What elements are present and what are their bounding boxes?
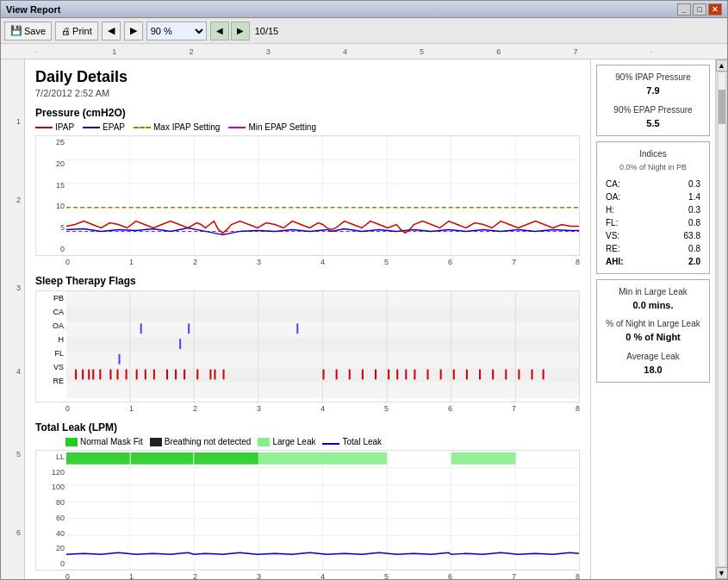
epap-legend-label: EPAP	[103, 122, 125, 132]
print-icon: 🖨	[61, 26, 71, 36]
min-large-leak-value: 0.0 mins.	[602, 298, 704, 313]
legend-total-leak: Total Leak	[322, 437, 382, 446]
ipap-legend-line	[35, 127, 53, 128]
svg-rect-58	[396, 370, 398, 380]
avg-leak-value: 18.0	[602, 363, 704, 377]
pressure-x-axis: 0 1 2 3 4 5 6 7 8	[65, 258, 580, 266]
indices-h: H: 0.3	[602, 203, 704, 216]
flags-section-title: Sleep Therapy Flags	[35, 275, 580, 287]
indices-vs: VS: 63.8	[602, 229, 704, 242]
svg-rect-60	[414, 370, 415, 380]
svg-rect-66	[492, 370, 494, 380]
svg-rect-85	[66, 452, 130, 465]
main-window: View Report _ □ ✕ 💾 Save 🖨 Print ◀ ▶ 90 …	[0, 0, 728, 580]
svg-rect-64	[466, 370, 468, 380]
page-next-button[interactable]: ▶	[231, 22, 250, 41]
scroll-track-v[interactable]	[718, 72, 726, 567]
leak-plot	[66, 451, 579, 570]
svg-rect-40	[116, 370, 118, 380]
save-icon: 💾	[10, 25, 22, 36]
legend-max-ipap: Max IPAP Setting	[134, 122, 220, 132]
svg-rect-36	[88, 370, 90, 380]
flags-chart: PB CA OA H FL VS RE	[35, 290, 580, 402]
min-epap-legend-label: Min EPAP Setting	[248, 122, 316, 132]
vertical-scrollbar[interactable]: ▲ ▼	[715, 59, 727, 579]
svg-rect-62	[440, 370, 442, 380]
svg-rect-65	[479, 370, 481, 380]
svg-rect-34	[75, 370, 77, 380]
large-leak-icon	[258, 438, 270, 446]
page-nav: ◀ ▶ 10/15	[210, 22, 283, 41]
report-scroll[interactable]: Daily Details 7/2/2012 2:52 AM Pressure …	[25, 59, 715, 579]
svg-rect-68	[518, 370, 520, 380]
close-button[interactable]: ✕	[708, 3, 722, 16]
svg-rect-69	[532, 370, 533, 380]
epap-legend-line	[83, 127, 100, 128]
left-ruler: 1 2 3 4 5 6	[1, 59, 25, 579]
svg-rect-89	[131, 452, 194, 465]
svg-rect-86	[194, 452, 258, 465]
maximize-button[interactable]: □	[693, 3, 706, 16]
indices-ahi: AHI: 2.0	[602, 255, 704, 268]
epap-pressure-label: 90% EPAP Pressure	[602, 103, 704, 116]
flags-plot	[66, 291, 579, 402]
save-button[interactable]: 💾 Save	[4, 22, 52, 41]
legend-normal-mask: Normal Mask Fit	[65, 437, 143, 446]
svg-rect-41	[126, 370, 128, 380]
min-large-leak-label: Min in Large Leak	[602, 285, 704, 298]
pressure-plot	[66, 136, 579, 255]
normal-mask-icon	[65, 438, 78, 446]
ipap-legend-label: IPAP	[55, 122, 74, 132]
print-button[interactable]: 🖨 Print	[55, 22, 98, 41]
svg-rect-53	[336, 370, 338, 380]
pressure-stats-box: 90% IPAP Pressure 7.9 90% EPAP Pressure …	[596, 65, 710, 136]
indices-box: Indices 0.0% of Night in PB CA: 0.3 OA: …	[596, 141, 710, 274]
legend-large-leak: Large Leak	[258, 437, 315, 446]
svg-rect-32	[179, 339, 181, 349]
page-prev-button[interactable]: ◀	[210, 22, 229, 41]
svg-rect-54	[349, 370, 351, 380]
zoom-prev-button[interactable]: ◀	[102, 22, 121, 41]
toolbar: 💾 Save 🖨 Print ◀ ▶ 90 % 75 % 100 % ◀ ▶ 1…	[1, 18, 727, 44]
svg-rect-57	[388, 370, 389, 380]
leak-y-axis: LL 120 100 80 60 40 20 0	[36, 451, 66, 570]
report-inner: Daily Details 7/2/2012 2:52 AM Pressure …	[25, 59, 715, 579]
svg-rect-48	[196, 370, 198, 380]
svg-rect-61	[427, 370, 429, 380]
legend-epap: EPAP	[83, 122, 125, 132]
svg-rect-63	[453, 370, 455, 380]
scroll-thumb-v[interactable]	[719, 90, 725, 124]
min-epap-legend-line	[228, 127, 246, 128]
svg-rect-59	[405, 370, 407, 380]
svg-rect-50	[214, 370, 215, 380]
ipap-pressure-value: 7.9	[602, 84, 704, 98]
indices-fl: FL: 0.8	[602, 216, 704, 229]
ipap-pressure-label: 90% IPAP Pressure	[602, 71, 704, 84]
scroll-down-button[interactable]: ▼	[716, 567, 728, 579]
report-body: Daily Details 7/2/2012 2:52 AM Pressure …	[25, 59, 590, 579]
pct-large-leak-label: % of Night in Large Leak	[602, 317, 704, 330]
content-area: 1 2 3 4 5 6 Daily Details 7/2/2012 2:52 …	[1, 59, 727, 579]
page-indicator: 10/15	[252, 26, 283, 36]
ruler-numbers: · 1 2 3 4 5 6 7 ·	[1, 47, 727, 56]
leak-legend: Normal Mask Fit Breathing not detected L…	[65, 437, 580, 446]
svg-rect-30	[188, 323, 190, 334]
leak-section-title: Total Leak (LPM)	[35, 421, 580, 433]
zoom-next-button[interactable]: ▶	[124, 22, 143, 41]
leak-stats-box: Min in Large Leak 0.0 mins. % of Night i…	[596, 279, 710, 384]
svg-rect-39	[109, 370, 111, 380]
zoom-select[interactable]: 90 % 75 % 100 %	[146, 22, 207, 41]
scroll-up-button[interactable]: ▲	[716, 59, 728, 72]
svg-rect-38	[99, 370, 101, 380]
leak-x-axis: 0 1 2 3 4 5 6 7 8	[65, 572, 580, 579]
minimize-button[interactable]: _	[677, 3, 691, 16]
pressure-legend: IPAP EPAP Max IPAP Setting Min EPAP	[35, 122, 580, 132]
svg-rect-43	[145, 370, 146, 380]
svg-rect-49	[209, 370, 211, 380]
window-title: View Report	[6, 4, 60, 15]
legend-min-epap: Min EPAP Setting	[228, 122, 316, 132]
svg-rect-35	[82, 370, 84, 380]
flags-x-axis: 0 1 2 3 4 5 6 7 8	[65, 404, 580, 413]
pressure-y-axis: 25 20 15 10 5 0	[36, 136, 66, 255]
max-ipap-legend-line	[134, 127, 151, 128]
